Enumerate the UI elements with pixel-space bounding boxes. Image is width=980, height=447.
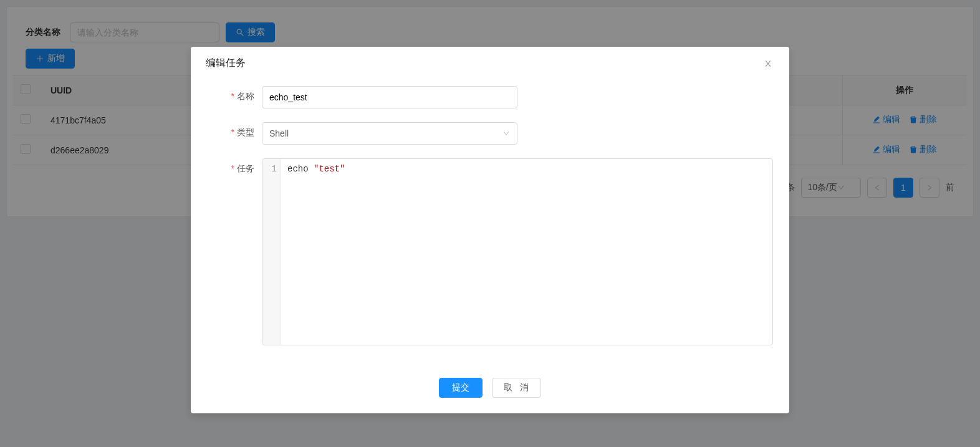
task-label: *任务 bbox=[206, 158, 262, 178]
code-area[interactable]: echo "test" bbox=[281, 159, 772, 345]
code-token-keyword: echo bbox=[287, 164, 314, 174]
submit-button[interactable]: 提交 bbox=[439, 378, 483, 398]
type-select[interactable]: Shell bbox=[262, 122, 517, 145]
cancel-button[interactable]: 取 消 bbox=[492, 378, 541, 398]
modal-body: *名称 *类型 Shell *任务 1 bbox=[191, 80, 789, 372]
form-row-type: *类型 Shell bbox=[206, 122, 774, 145]
code-token-string: "test" bbox=[314, 164, 345, 174]
code-editor[interactable]: 1 echo "test" bbox=[262, 158, 773, 345]
name-label: *名称 bbox=[206, 86, 262, 106]
modal-header: 编辑任务 bbox=[191, 47, 789, 80]
type-select-value: Shell bbox=[269, 128, 289, 138]
modal-mask: 编辑任务 *名称 *类型 Shell bbox=[0, 0, 980, 447]
form-row-name: *名称 bbox=[206, 86, 774, 108]
modal-title: 编辑任务 bbox=[206, 57, 246, 70]
chevron-down-icon bbox=[502, 130, 510, 137]
close-icon bbox=[764, 59, 772, 68]
edit-task-modal: 编辑任务 *名称 *类型 Shell bbox=[191, 47, 789, 413]
name-input[interactable] bbox=[262, 86, 517, 108]
form-row-task: *任务 1 echo "test" bbox=[206, 158, 774, 345]
modal-close-button[interactable] bbox=[762, 57, 774, 70]
type-label: *类型 bbox=[206, 122, 262, 142]
modal-footer: 提交 取 消 bbox=[191, 372, 789, 413]
code-gutter: 1 bbox=[262, 159, 281, 345]
